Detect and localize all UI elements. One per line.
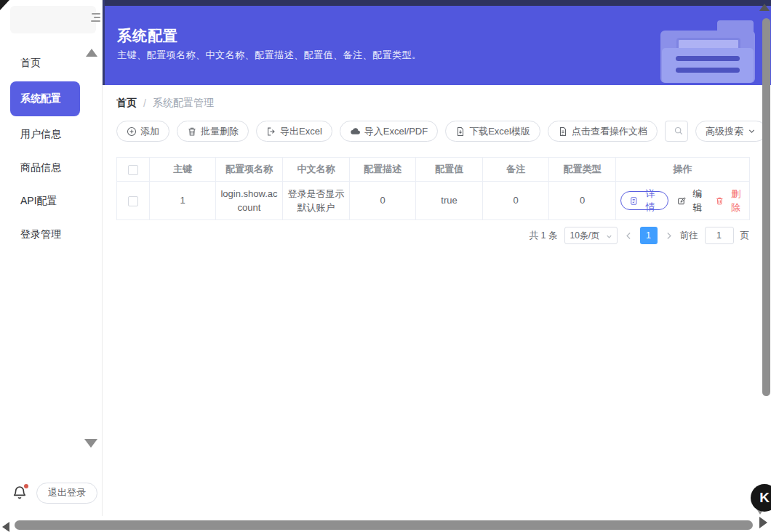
- delete-trash-icon: [715, 196, 724, 206]
- export-icon: [266, 126, 276, 137]
- detail-doc-icon: [629, 196, 639, 206]
- current-page-button[interactable]: 1: [640, 227, 658, 244]
- pagination-total: 共 1 条: [530, 230, 558, 242]
- main-area: 系统配置 主键、配置项名称、中文名称、配置描述、配置值、备注、配置类型。 首页 …: [103, 0, 771, 532]
- page-title: 系统配置: [117, 26, 178, 46]
- page-unit-label: 页: [740, 230, 750, 242]
- menu-scroll-down-icon[interactable]: [84, 439, 97, 448]
- page-size-select[interactable]: 10条/页: [564, 227, 618, 244]
- page-banner: 系统配置 主键、配置项名称、中文名称、配置描述、配置值、备注、配置类型。: [103, 0, 771, 85]
- sidebar-item-login-mgmt[interactable]: 登录管理: [0, 218, 103, 251]
- cloud-upload-icon: [350, 126, 361, 137]
- logo-placeholder: [10, 6, 96, 33]
- detail-button[interactable]: 详情: [620, 191, 668, 210]
- cell-type: 0: [549, 182, 616, 220]
- edit-button[interactable]: 编辑: [677, 187, 707, 215]
- select-all-checkbox[interactable]: [128, 165, 138, 175]
- col-header-description: 配置描述: [350, 158, 416, 182]
- breadcrumb-separator: /: [143, 97, 146, 109]
- col-header-cn-name: 中文名称: [283, 158, 350, 182]
- export-excel-button[interactable]: 导出Excel: [256, 121, 332, 142]
- view-docs-button[interactable]: 点击查看操作文档: [548, 121, 658, 142]
- plus-circle-icon: [127, 126, 137, 137]
- breadcrumb-current: 系统配置管理: [153, 97, 214, 110]
- col-header-type: 配置类型: [549, 158, 616, 182]
- corner-decoration: [0, 0, 9, 10]
- config-search-box: [665, 121, 688, 142]
- chevron-down-icon: [747, 126, 756, 136]
- horizontal-scroll-right-icon[interactable]: [759, 517, 767, 528]
- cell-remark: 0: [483, 182, 549, 220]
- table-header-row: 主键 配置项名称 中文名称 配置描述 配置值 备注 配置类型 操作: [117, 158, 750, 182]
- col-header-id: 主键: [150, 158, 216, 182]
- search-icon: [674, 126, 684, 139]
- table-row: 1 login.show.account 登录是否显示默认账户 0 true 0…: [117, 182, 750, 220]
- horizontal-scrollbar-thumb[interactable]: [15, 520, 753, 530]
- goto-label: 前往: [680, 230, 698, 242]
- import-excel-button[interactable]: 导入Excel/PDF: [340, 121, 438, 142]
- sidebar-collapse-icon[interactable]: [90, 13, 100, 24]
- delete-button[interactable]: 删除: [715, 187, 745, 215]
- next-page-icon[interactable]: [664, 231, 674, 241]
- col-header-remark: 备注: [483, 158, 549, 182]
- sidebar-item-home[interactable]: 首页: [0, 47, 103, 80]
- pagination: 共 1 条 10条/页 1 前往 页: [116, 227, 749, 244]
- horizontal-scroll-left-icon[interactable]: [2, 522, 9, 532]
- row-actions: 详情 编辑 删除: [620, 187, 745, 215]
- notification-bell-icon[interactable]: [12, 485, 28, 501]
- app-window: 首页 系统配置 用户信息 商品信息 API配置 登录管理 退出登录 系统配置 主…: [0, 0, 771, 532]
- sidebar-item-system-config[interactable]: 系统配置: [10, 81, 80, 116]
- page-subtitle: 主键、配置项名称、中文名称、配置描述、配置值、备注、配置类型。: [117, 49, 422, 62]
- col-header-actions: 操作: [616, 158, 750, 182]
- breadcrumb-home[interactable]: 首页: [116, 97, 137, 110]
- sidebar-item-api-config[interactable]: API配置: [0, 185, 103, 218]
- cell-description: 0: [350, 182, 416, 220]
- chevron-down-icon: [605, 233, 613, 243]
- config-table: 主键 配置项名称 中文名称 配置描述 配置值 备注 配置类型 操作 1 log: [116, 157, 750, 220]
- sidebar-item-user-info[interactable]: 用户信息: [0, 118, 103, 151]
- logout-button[interactable]: 退出登录: [36, 483, 97, 504]
- sidebar-item-product-info[interactable]: 商品信息: [0, 151, 103, 185]
- batch-delete-button[interactable]: 批量删除: [177, 121, 249, 142]
- row-checkbox[interactable]: [128, 196, 138, 206]
- vertical-scroll-up-icon[interactable]: [759, 4, 770, 11]
- cell-value: true: [416, 182, 483, 220]
- sidebar-footer: 退出登录: [0, 478, 103, 507]
- sidebar-menu: 首页 系统配置 用户信息 商品信息 API配置 登录管理: [0, 47, 103, 251]
- document-icon: [558, 126, 568, 137]
- cell-cn-name: 登录是否显示默认账户: [283, 182, 350, 220]
- toolbar: 添加 批量删除 导出Excel 导入Excel/PDF 下载Excel模版: [116, 121, 749, 142]
- goto-page-input[interactable]: [705, 227, 734, 244]
- trash-icon: [187, 126, 197, 137]
- col-header-value: 配置值: [416, 158, 483, 182]
- prev-page-icon[interactable]: [624, 231, 634, 241]
- banner-top-strip: [105, 0, 771, 6]
- file-download-icon: [455, 126, 466, 137]
- advanced-search-button[interactable]: 高级搜索: [695, 121, 767, 142]
- folder-illustration-icon: [660, 19, 756, 83]
- cell-config-key: login.show.account: [216, 182, 283, 220]
- add-button[interactable]: 添加: [116, 121, 169, 142]
- col-header-config-key: 配置项名称: [216, 158, 283, 182]
- content-area: 首页 / 系统配置管理 添加 批量删除 导出Excel: [116, 97, 749, 244]
- vertical-scrollbar-thumb[interactable]: [762, 18, 770, 396]
- cell-id: 1: [150, 182, 216, 220]
- sidebar: 首页 系统配置 用户信息 商品信息 API配置 登录管理 退出登录: [0, 0, 103, 516]
- notification-badge-dot: [24, 484, 28, 488]
- edit-icon: [677, 196, 687, 206]
- breadcrumb: 首页 / 系统配置管理: [116, 97, 749, 110]
- download-template-button[interactable]: 下载Excel模版: [445, 121, 540, 142]
